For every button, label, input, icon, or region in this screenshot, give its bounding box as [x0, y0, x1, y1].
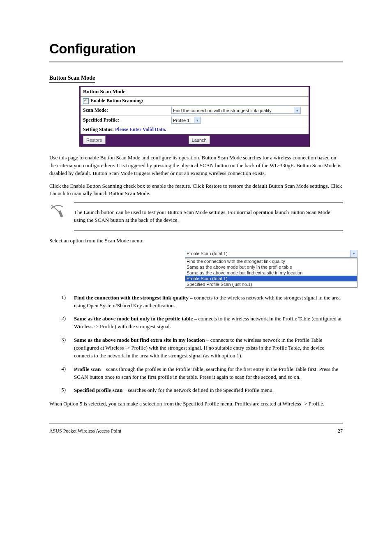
- footer-left: ASUS Pocket Wireless Access Point: [49, 428, 121, 434]
- status-value: Please Enter Valid Data.: [115, 127, 166, 132]
- scan-mode-option[interactable]: Same as the above mode but find extra si…: [185, 270, 357, 276]
- scan-mode-row: Scan Mode: Find the connection with the …: [81, 106, 309, 115]
- option-name: Find the connection with the strongest l…: [74, 295, 189, 301]
- option-item: 2) Same as the above mode but only in th…: [49, 315, 343, 331]
- option-number: 2): [49, 315, 74, 331]
- option-number: 3): [49, 336, 74, 360]
- scan-mode-option[interactable]: Specified Profile Scan (just no.1): [185, 281, 357, 287]
- panel-button-row: Restore Launch: [81, 134, 309, 145]
- scan-mode-option[interactable]: Find the connection with the strongest l…: [185, 258, 357, 264]
- page-footer: ASUS Pocket Wireless Access Point 27: [49, 428, 343, 434]
- chapter-divider: [49, 61, 343, 62]
- enable-checkbox[interactable]: [83, 98, 89, 104]
- scan-mode-option-selected[interactable]: Profile Scan (total 1): [185, 276, 357, 281]
- option-desc: – scans through the profiles in the Prof…: [74, 366, 338, 380]
- option-item: 5) Specified profile scan – searches onl…: [49, 387, 343, 394]
- scan-mode-open-value: Profile Scan (total 1): [187, 251, 228, 256]
- option-number: 5): [49, 387, 74, 394]
- specified-profile-row: Specified Profile: Profile 1 ▾: [81, 115, 309, 125]
- note-block: The Launch button can be used to test yo…: [49, 203, 343, 230]
- specified-profile-value: Profile 1: [173, 118, 194, 123]
- footer-divider: [49, 423, 343, 424]
- panel-header: Button Scan Mode: [81, 87, 309, 97]
- option-item: 1) Find the connection with the stronges…: [49, 294, 343, 310]
- chevron-down-icon: ▾: [350, 250, 357, 257]
- option-name: Same as the above mode but only in the p…: [74, 315, 193, 322]
- option-number: 4): [49, 366, 74, 381]
- scan-mode-label: Scan Mode:: [83, 107, 171, 113]
- status-prefix: Setting Status:: [83, 127, 115, 132]
- status-row: Setting Status: Please Enter Valid Data.: [81, 125, 309, 134]
- option-name: Same as the above mode but find extra si…: [74, 337, 205, 343]
- section-title: Button Scan Mode: [49, 75, 95, 83]
- scan-mode-dropdown-open: Profile Scan (total 1) ▾ Find the connec…: [185, 250, 357, 288]
- option-name: Specified profile scan: [74, 387, 122, 393]
- option-item: 4) Profile scan – scans through the prof…: [49, 366, 343, 381]
- option-item: 3) Same as the above mode but find extra…: [49, 336, 343, 360]
- scan-mode-option-list: Find the connection with the strongest l…: [185, 258, 357, 288]
- option-description-list: 1) Find the connection with the stronges…: [49, 294, 343, 394]
- specified-profile-select[interactable]: Profile 1 ▾: [171, 117, 201, 124]
- option-number: 1): [49, 294, 74, 310]
- paragraph-1: Use this page to enable Button Scan Mode…: [49, 154, 343, 177]
- scan-mode-value: Find the connection with the strongest l…: [173, 108, 294, 113]
- option-name: Profile scan: [74, 366, 101, 372]
- footer-page-number: 27: [338, 428, 343, 434]
- chevron-down-icon: ▾: [194, 117, 201, 123]
- restore-button[interactable]: Restore: [83, 136, 106, 144]
- button-scan-mode-panel: Button Scan Mode Enable Button Scanning:…: [79, 86, 310, 147]
- scan-mode-select[interactable]: Find the connection with the strongest l…: [171, 107, 301, 114]
- specified-profile-label: Specified Profile:: [83, 117, 171, 123]
- chevron-down-icon: ▾: [294, 107, 300, 113]
- launch-button[interactable]: Launch: [189, 136, 210, 144]
- enable-label: Enable Button Scanning:: [90, 98, 143, 104]
- paragraph-2: Click the Enable Button Scanning check b…: [49, 182, 343, 198]
- scan-mode-open-value-row[interactable]: Profile Scan (total 1) ▾: [185, 250, 357, 258]
- chapter-title: Configuration: [49, 41, 343, 57]
- option-desc: – searches only for the network defined …: [122, 387, 274, 393]
- scan-mode-option[interactable]: Same as the above mode but only in the p…: [185, 264, 357, 270]
- note-text: The Launch button can be used to test yo…: [74, 203, 343, 230]
- enable-row: Enable Button Scanning:: [81, 97, 309, 106]
- note-icon: [49, 203, 74, 220]
- paragraph-3: Select an option from the Scan Mode menu…: [49, 237, 343, 245]
- paragraph-4: When Option 5 is selected, you can make …: [49, 400, 343, 408]
